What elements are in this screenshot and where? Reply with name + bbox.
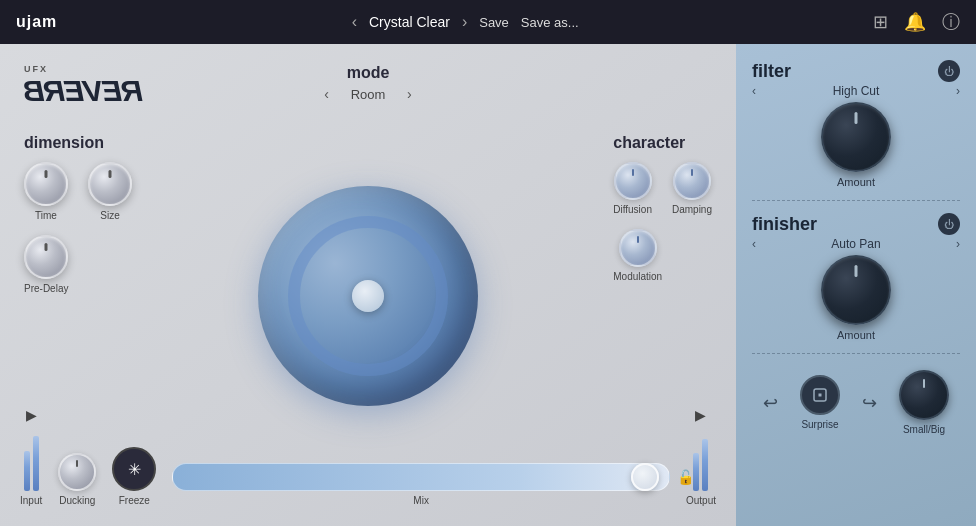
bell-icon[interactable]: 🔔 bbox=[904, 11, 926, 33]
finisher-knob-container: Amount bbox=[752, 255, 960, 341]
small-big-knob[interactable] bbox=[899, 370, 949, 420]
input-label: Input bbox=[20, 495, 42, 506]
filter-amount-label: Amount bbox=[837, 176, 875, 188]
lock-icon[interactable]: 🔓 bbox=[677, 469, 694, 485]
ducking-label: Ducking bbox=[59, 495, 95, 506]
mode-next-button[interactable]: › bbox=[407, 86, 412, 102]
output-vu-meter bbox=[693, 431, 708, 491]
preset-prev-button[interactable]: ‹ bbox=[352, 13, 357, 31]
vu-bar-2 bbox=[33, 436, 39, 491]
vu-bar-out-2 bbox=[702, 439, 708, 491]
pre-delay-knob[interactable] bbox=[24, 235, 68, 279]
logo-reverb: REVERB bbox=[24, 74, 143, 108]
grid-icon[interactable]: ⊞ bbox=[873, 11, 888, 33]
input-group: ▶ Input bbox=[20, 403, 42, 506]
brand-logo: ujam bbox=[16, 13, 57, 31]
mode-section: mode ‹ Room › bbox=[324, 64, 411, 102]
surprise-button[interactable] bbox=[800, 375, 840, 415]
filter-title: filter bbox=[752, 61, 791, 82]
character-label: character bbox=[613, 134, 712, 152]
right-bottom-row: ↩ Surprise ↪ Small/Big bbox=[752, 366, 960, 435]
input-play-button[interactable]: ▶ bbox=[22, 403, 41, 427]
mode-value: Room bbox=[343, 87, 393, 102]
finisher-next-button[interactable]: › bbox=[956, 237, 960, 251]
redo-button[interactable]: ↪ bbox=[862, 392, 877, 414]
undo-button[interactable]: ↩ bbox=[763, 392, 778, 414]
dimension-section: dimension Time Size Pre-Delay bbox=[24, 134, 132, 294]
finisher-value: Auto Pan bbox=[831, 237, 880, 251]
damping-knob-col: Damping bbox=[672, 162, 712, 215]
modulation-knob-col: Modulation bbox=[613, 229, 662, 282]
ducking-group: Ducking bbox=[58, 453, 96, 506]
section-divider bbox=[752, 200, 960, 201]
dimension-knob-row: Time Size bbox=[24, 162, 132, 221]
finisher-amount-knob[interactable] bbox=[821, 255, 891, 325]
mix-group: 🔓 Mix bbox=[172, 463, 670, 506]
filter-amount-knob[interactable] bbox=[821, 102, 891, 172]
finisher-header: finisher ⏻ bbox=[752, 213, 960, 235]
reverb-sphere-container bbox=[258, 186, 478, 406]
mix-slider-wrapper: 🔓 bbox=[172, 463, 670, 491]
output-group: ▶ Output bbox=[686, 403, 716, 506]
filter-power-button[interactable]: ⏻ bbox=[938, 60, 960, 82]
mode-selector: ‹ Room › bbox=[324, 86, 411, 102]
output-label: Output bbox=[686, 495, 716, 506]
finisher-selector: ‹ Auto Pan › bbox=[752, 237, 960, 251]
topbar-icons: ⊞ 🔔 ⓘ bbox=[873, 10, 960, 34]
damping-knob[interactable] bbox=[673, 162, 711, 200]
pre-delay-row: Pre-Delay bbox=[24, 235, 132, 294]
finisher-power-button[interactable]: ⏻ bbox=[938, 213, 960, 235]
save-as-button[interactable]: Save as... bbox=[521, 15, 579, 30]
bottom-divider bbox=[752, 353, 960, 354]
mix-slider-thumb bbox=[631, 463, 659, 491]
modulation-row: Modulation bbox=[613, 229, 712, 282]
size-knob-col: Size bbox=[88, 162, 132, 221]
character-section: character Diffusion Damping Modulation bbox=[613, 134, 712, 282]
output-play-button[interactable]: ▶ bbox=[691, 403, 710, 427]
main-layout: UFX REVERB mode ‹ Room › dim bbox=[0, 44, 976, 526]
time-knob-col: Time bbox=[24, 162, 68, 221]
freeze-group: ✳ Freeze bbox=[112, 447, 156, 506]
input-vu-meter bbox=[24, 431, 39, 491]
finisher-title: finisher bbox=[752, 214, 817, 235]
filter-selector: ‹ High Cut › bbox=[752, 84, 960, 98]
size-knob[interactable] bbox=[88, 162, 132, 206]
right-panel: filter ⏻ ‹ High Cut › Amount finisher ⏻ … bbox=[736, 44, 976, 526]
surprise-label: Surprise bbox=[801, 419, 838, 430]
filter-prev-button[interactable]: ‹ bbox=[752, 84, 756, 98]
info-icon[interactable]: ⓘ bbox=[942, 10, 960, 34]
size-label: Size bbox=[100, 210, 119, 221]
character-knob-row: Diffusion Damping bbox=[613, 162, 712, 215]
logo-reverb-text: REVERB bbox=[24, 74, 143, 108]
vu-bar-1 bbox=[24, 451, 30, 491]
surprise-group: Surprise bbox=[800, 375, 840, 430]
dimension-label: dimension bbox=[24, 134, 132, 152]
modulation-knob[interactable] bbox=[619, 229, 657, 267]
finisher-amount-label: Amount bbox=[837, 329, 875, 341]
freeze-label: Freeze bbox=[119, 495, 150, 506]
diffusion-label: Diffusion bbox=[613, 204, 652, 215]
logo-ufx: UFX bbox=[24, 64, 143, 74]
save-button[interactable]: Save bbox=[479, 15, 509, 30]
finisher-prev-button[interactable]: ‹ bbox=[752, 237, 756, 251]
time-knob[interactable] bbox=[24, 162, 68, 206]
reverb-center-dot bbox=[352, 280, 384, 312]
freeze-button[interactable]: ✳ bbox=[112, 447, 156, 491]
finisher-section: finisher ⏻ ‹ Auto Pan › Amount bbox=[752, 213, 960, 341]
filter-section: filter ⏻ ‹ High Cut › Amount bbox=[752, 60, 960, 188]
mode-prev-button[interactable]: ‹ bbox=[324, 86, 329, 102]
pre-delay-knob-col: Pre-Delay bbox=[24, 235, 68, 294]
topbar-center: ‹ Crystal Clear › Save Save as... bbox=[77, 13, 853, 31]
svg-rect-1 bbox=[819, 394, 822, 397]
filter-knob-container: Amount bbox=[752, 102, 960, 188]
filter-value: High Cut bbox=[833, 84, 880, 98]
mix-slider[interactable] bbox=[172, 463, 670, 491]
filter-next-button[interactable]: › bbox=[956, 84, 960, 98]
surprise-icon bbox=[811, 386, 829, 404]
logo-area: UFX REVERB bbox=[24, 64, 143, 108]
diffusion-knob[interactable] bbox=[614, 162, 652, 200]
ducking-knob[interactable] bbox=[58, 453, 96, 491]
preset-next-button[interactable]: › bbox=[462, 13, 467, 31]
time-label: Time bbox=[35, 210, 57, 221]
modulation-label: Modulation bbox=[613, 271, 662, 282]
